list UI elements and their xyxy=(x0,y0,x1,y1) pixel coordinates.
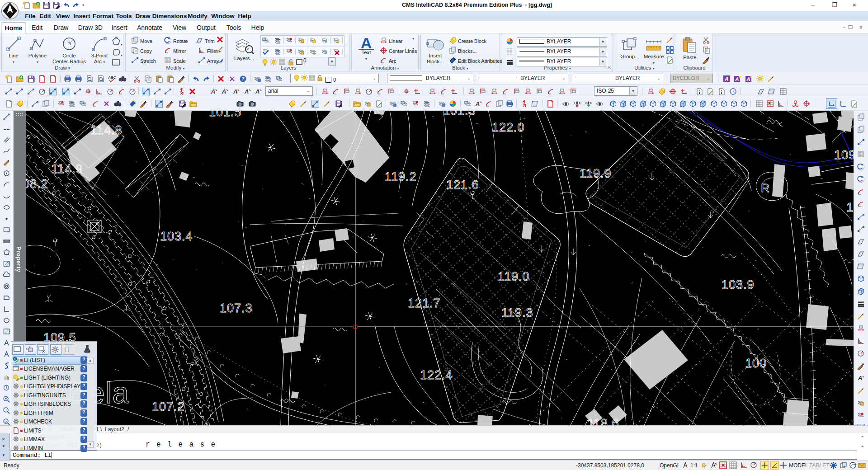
svg-text:R: R xyxy=(761,181,770,195)
svg-text:A: A xyxy=(475,100,480,107)
svg-text:A: A xyxy=(858,375,862,381)
svg-text:A: A xyxy=(746,76,750,82)
svg-text:A: A xyxy=(211,88,215,95)
svg-text:i: i xyxy=(14,357,15,361)
svg-text:118.6: 118.6 xyxy=(587,417,619,425)
svg-text:107.3: 107.3 xyxy=(220,301,253,315)
svg-text:121.6: 121.6 xyxy=(446,178,479,192)
svg-text:122.4: 122.4 xyxy=(420,368,453,382)
svg-text:114.9: 114.9 xyxy=(51,162,83,176)
svg-text:A: A xyxy=(735,76,739,82)
svg-text:103.9: 103.9 xyxy=(722,278,755,291)
svg-text:119.2: 119.2 xyxy=(385,170,417,183)
svg-text:103.4: 103.4 xyxy=(160,230,193,243)
svg-text:101.5: 101.5 xyxy=(209,111,242,119)
svg-text:114.8: 114.8 xyxy=(90,123,123,137)
svg-text:A: A xyxy=(724,76,729,82)
svg-text:?: ? xyxy=(242,76,245,81)
svg-text:10: 10 xyxy=(846,201,854,214)
svg-text:107.2: 107.2 xyxy=(152,400,185,414)
svg-text:A: A xyxy=(222,88,226,95)
svg-text:ABC: ABC xyxy=(108,75,116,80)
svg-text:A: A xyxy=(244,88,249,95)
svg-text:119.9: 119.9 xyxy=(580,167,612,180)
svg-text:119.0: 119.0 xyxy=(498,270,530,283)
svg-text:119.3: 119.3 xyxy=(501,306,533,320)
svg-text:08.2: 08.2 xyxy=(26,177,48,191)
svg-text:109.3: 109.3 xyxy=(834,148,854,162)
svg-text:121.7: 121.7 xyxy=(408,296,441,310)
svg-text:A: A xyxy=(233,88,237,95)
svg-text:100: 100 xyxy=(745,357,767,370)
svg-text:A: A xyxy=(255,88,259,95)
svg-text:101.3: 101.3 xyxy=(443,111,476,118)
svg-text:122.0: 122.0 xyxy=(492,121,525,134)
